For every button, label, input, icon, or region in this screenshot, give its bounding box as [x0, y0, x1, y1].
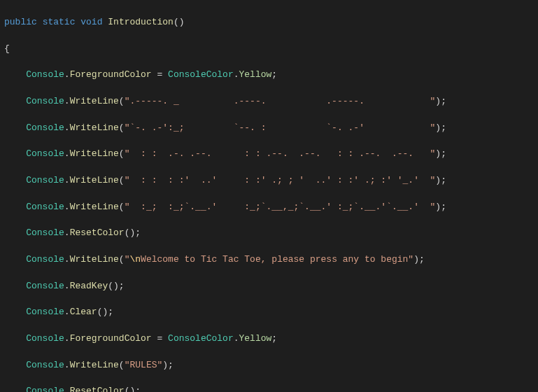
open-brace: {	[4, 43, 10, 54]
code-line: Console.ResetColor();	[4, 227, 538, 240]
code-line: Console.WriteLine(" :_; :_;`.__.' :_;`._…	[4, 201, 538, 214]
code-line: {	[4, 43, 538, 56]
enum-value-yellow: Yellow	[239, 69, 272, 80]
escape-newline: \n	[129, 254, 141, 265]
enum-consolecolor: ConsoleColor	[168, 69, 234, 80]
string-ascii-art-3: " : : .-. .--. : : .--. .--. : : .--. .-…	[125, 148, 436, 159]
code-editor-content: public static void Introduction() { Cons…	[0, 3, 538, 392]
class-console: Console	[26, 69, 64, 80]
code-line: Console.ForegroundColor = ConsoleColor.Y…	[4, 69, 538, 82]
code-line: Console.ReadKey();	[4, 280, 538, 293]
code-line: public static void Introduction()	[4, 16, 538, 29]
method-name: Introduction	[108, 17, 174, 27]
string-ascii-art-4: " : : : :' ..' : :' .; ; ' ..' : :' .; :…	[125, 175, 436, 186]
code-line: Console.WriteLine("`-. .-':_; `--. : `-.…	[4, 122, 538, 135]
code-line: Console.WriteLine(" : : : :' ..' : :' .;…	[4, 174, 538, 188]
string-ascii-art-2: "`-. .-':_; `--. : `-. .-' "	[125, 122, 436, 133]
code-line: Console.ForegroundColor = ConsoleColor.Y…	[4, 332, 538, 346]
string-ascii-art-1: ".-----. _ .----. .-----. "	[125, 96, 436, 106]
code-line: Console.WriteLine(" : : .-. .--. : : .--…	[4, 148, 538, 161]
string-welcome: Welcome to Tic Tac Toe, please press any…	[141, 254, 413, 265]
string-rules: "RULES"	[125, 360, 163, 370]
code-line: Console.WriteLine("RULES");	[4, 359, 538, 372]
keyword-public: public	[4, 17, 37, 27]
code-line: Console.WriteLine("\nWelcome to Tic Tac …	[4, 253, 538, 267]
keyword-static: static	[43, 17, 76, 27]
code-line: Console.Clear();	[4, 306, 538, 319]
code-line: Console.ResetColor();	[4, 385, 538, 392]
keyword-void: void	[80, 17, 102, 27]
code-line: Console.WriteLine(".-----. _ .----. .---…	[4, 95, 538, 108]
property-fgcolor: ForegroundColor	[70, 69, 152, 80]
parens: ()	[174, 17, 185, 27]
string-ascii-art-5: " :_; :_;`.__.' :_;`.__,_;`.__.' :_;`.__…	[125, 202, 436, 212]
